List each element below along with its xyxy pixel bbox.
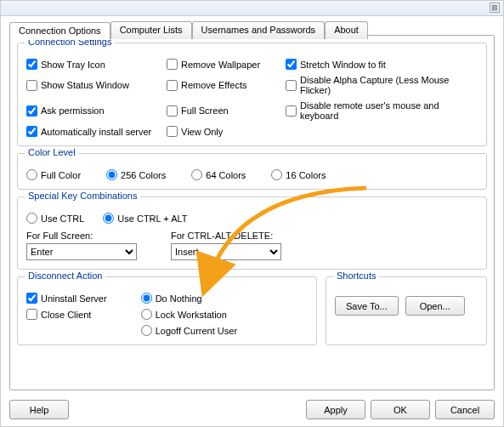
check-view-only[interactable]: View Only: [167, 126, 286, 137]
button-help[interactable]: Help: [9, 400, 69, 419]
radio-256-colors[interactable]: 256 Colors: [106, 169, 166, 180]
tab-computer-lists[interactable]: Computer Lists: [110, 21, 192, 39]
group-connection-settings: Connection Settings Show Tray Icon Remov…: [17, 43, 487, 146]
tab-panel: Connection Settings Show Tray Icon Remov…: [9, 35, 495, 390]
tab-about[interactable]: About: [325, 21, 368, 39]
radio-use-ctrl[interactable]: Use CTRL: [26, 213, 84, 224]
check-disable-alpha[interactable]: Disable Alpha Capture (Less Mouse Flicke…: [286, 75, 478, 95]
button-ok[interactable]: OK: [371, 400, 430, 419]
tab-bar: Connection Options Computer Lists Userna…: [9, 21, 503, 39]
button-apply[interactable]: Apply: [306, 400, 365, 419]
radio-do-nothing[interactable]: Do Nothing: [141, 293, 237, 304]
button-open[interactable]: Open...: [405, 296, 465, 316]
radio-16-colors[interactable]: 16 Colors: [271, 169, 326, 180]
radio-logoff-user[interactable]: Logoff Current User: [141, 325, 237, 336]
button-cancel[interactable]: Cancel: [435, 400, 495, 419]
radio-lock-workstation[interactable]: Lock Workstation: [141, 309, 237, 320]
legend-color-level: Color Level: [25, 147, 79, 157]
radio-full-color[interactable]: Full Color: [26, 169, 81, 180]
check-auto-install[interactable]: Automatically install server: [26, 126, 167, 137]
title-bar: ⊠: [1, 1, 503, 16]
close-icon[interactable]: ⊠: [490, 3, 500, 13]
check-remove-effects[interactable]: Remove Effects: [167, 80, 286, 91]
legend-special-keys: Special Key Combinations: [25, 191, 140, 201]
group-color-level: Color Level Full Color 256 Colors 64 Col…: [17, 153, 487, 190]
check-ask-permission[interactable]: Ask permission: [26, 105, 167, 117]
check-stretch-window[interactable]: Stretch Window to fit: [286, 59, 478, 70]
radio-64-colors[interactable]: 64 Colors: [191, 169, 246, 180]
check-remove-wallpaper[interactable]: Remove Wallpaper: [167, 59, 286, 70]
tab-usernames-passwords[interactable]: Usernames and Passwords: [192, 21, 326, 39]
combo-full-screen-key[interactable]: Enter: [26, 243, 137, 260]
radio-use-ctrl-alt[interactable]: Use CTRL + ALT: [103, 213, 187, 224]
check-full-screen[interactable]: Full Screen: [167, 105, 286, 117]
check-show-status[interactable]: Show Status Window: [26, 80, 167, 91]
check-disable-remote-input[interactable]: Disable remote user's mouse and keyboard: [286, 100, 478, 121]
label-for-full-screen: For Full Screen:: [26, 231, 137, 241]
tab-connection-options[interactable]: Connection Options: [9, 22, 110, 40]
legend-shortcuts: Shortcuts: [333, 270, 379, 281]
combo-cad-key[interactable]: Insert: [171, 243, 281, 260]
legend-disconnect: Disconnect Action: [25, 270, 105, 281]
group-disconnect-action: Disconnect Action Uninstall Server Close…: [17, 276, 317, 345]
label-for-ctrl-alt-delete: For CTRL-ALT-DELETE:: [171, 231, 281, 241]
dialog-footer: Help Apply OK Cancel: [9, 400, 495, 419]
button-save-to[interactable]: Save To...: [335, 296, 399, 316]
group-shortcuts: Shortcuts Save To... Open...: [326, 276, 487, 345]
group-special-key-combinations: Special Key Combinations Use CTRL Use CT…: [17, 196, 487, 270]
check-uninstall-server[interactable]: Uninstall Server: [26, 293, 107, 304]
check-close-client[interactable]: Close Client: [26, 309, 107, 320]
check-show-tray[interactable]: Show Tray Icon: [26, 59, 167, 70]
